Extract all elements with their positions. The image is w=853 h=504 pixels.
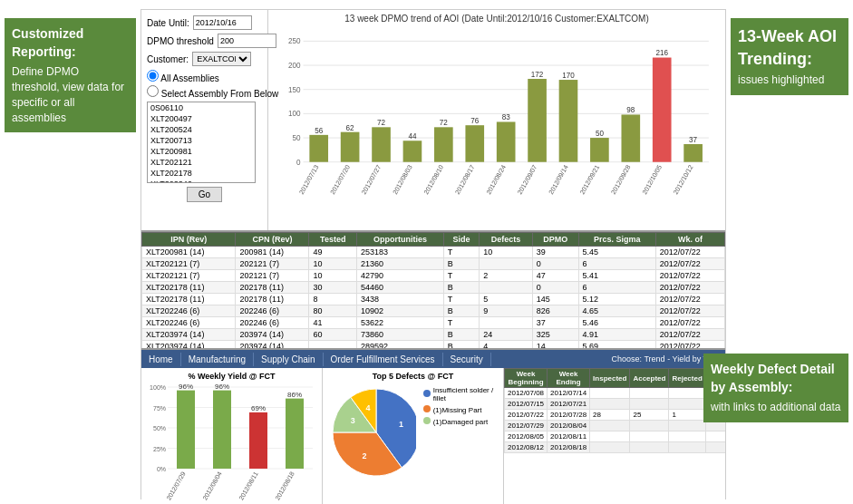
table-cell: 202178 (11)	[236, 294, 309, 305]
radio-all-label[interactable]: All Assemblies	[147, 70, 262, 83]
weekly-cell: 28	[590, 410, 630, 421]
weekly-cell	[590, 399, 630, 410]
nav-item[interactable]: Order Fulfillment Services	[324, 353, 443, 366]
svg-text:250: 250	[288, 37, 301, 45]
legend-item: (1)Damaged part	[423, 417, 499, 426]
table-cell: 60	[309, 329, 357, 341]
customer-select[interactable]: EXALTCOM	[192, 52, 251, 66]
svg-text:2012/09/07: 2012/09/07	[517, 164, 539, 196]
table-cell: 4.91	[578, 329, 655, 341]
table-cell: 49	[309, 247, 357, 258]
radio-select-label[interactable]: Select Assembly From Below	[147, 85, 262, 99]
legend-item: Insufficient solder / fillet	[423, 386, 499, 402]
assembly-list[interactable]: 0S06110XLT200497XLT200524XLT200713XLT200…	[147, 102, 256, 183]
assembly-item[interactable]: XLT202246	[148, 179, 255, 183]
weekly-header-cell: Week Beginning	[505, 369, 548, 388]
radio-all[interactable]	[147, 70, 159, 82]
yield-chart-title: % Weekly Yield @ FCT	[145, 372, 318, 381]
nav-item[interactable]: Manufacturing	[181, 353, 254, 366]
table-cell: B	[443, 258, 479, 270]
table-row: XLT202121 (7)202121 (7)1021360B062012/07…	[142, 258, 725, 270]
table-cell: 0	[532, 258, 578, 270]
svg-text:2012/08/10: 2012/08/10	[422, 164, 445, 196]
radio-select[interactable]	[147, 85, 159, 97]
nav-item[interactable]: Home	[141, 353, 181, 366]
table-header: Tested	[309, 233, 357, 247]
table-cell: 202121 (7)	[236, 258, 309, 270]
weekly-cell	[669, 421, 705, 431]
table-cell: T	[443, 317, 479, 329]
table-cell: 21360	[357, 258, 444, 270]
svg-text:75%: 75%	[153, 405, 166, 412]
svg-text:172: 172	[531, 71, 544, 79]
svg-text:200: 200	[288, 62, 301, 70]
chart-title: 13 week DPMO trend of AOI (Date Until:20…	[276, 14, 718, 24]
nav-item[interactable]: Security	[443, 353, 491, 366]
assembly-item[interactable]: XLT200497	[148, 113, 255, 124]
svg-text:2012/07/13: 2012/07/13	[298, 164, 321, 196]
weekly-cell: 2012/07/15	[505, 399, 548, 410]
weekly-cell: 1	[669, 410, 705, 421]
svg-text:2012/08/18: 2012/08/18	[274, 470, 296, 500]
svg-text:2012/09/14: 2012/09/14	[548, 164, 570, 196]
table-cell: T	[443, 247, 479, 258]
weekly-header-cell: Rejected	[669, 369, 705, 388]
table-cell: 5.69	[578, 341, 655, 351]
table-cell: 37	[532, 317, 578, 329]
table-cell: 2012/07/22	[655, 317, 724, 329]
weekly-cell: 2012/08/12	[505, 442, 548, 453]
go-button[interactable]: Go	[187, 187, 222, 202]
weekly-table: Week BeginningWeek EndingInspectedAccept…	[504, 368, 725, 453]
svg-text:44: 44	[408, 132, 416, 141]
table-cell: XLT202178 (11)	[142, 282, 236, 294]
svg-text:25%: 25%	[153, 446, 166, 452]
svg-text:96%: 96%	[215, 383, 229, 391]
svg-text:2012/07/27: 2012/07/27	[361, 164, 383, 196]
weekly-cell: 2012/07/28	[548, 410, 590, 421]
svg-text:50: 50	[292, 134, 300, 142]
weekly-header-cell: Accepted	[630, 369, 669, 388]
table-row: XLT202246 (6)202246 (6)8010902B98264.652…	[142, 305, 725, 317]
weekly-cell: 2012/07/29	[505, 421, 548, 431]
weekly-cell	[630, 388, 669, 399]
weekly-cell	[669, 388, 705, 399]
table-cell: XLT203974 (14)	[142, 341, 236, 351]
weekly-cell	[630, 431, 669, 442]
date-label: Date Until:	[147, 18, 189, 28]
svg-rect-64	[213, 391, 231, 469]
table-cell: XLT202121 (7)	[142, 270, 236, 282]
assembly-item[interactable]: XLT200713	[148, 135, 255, 146]
weekly-row: 2012/07/292012/08/04	[505, 421, 726, 431]
table-cell: 2012/07/22	[655, 247, 724, 258]
table-cell: 3438	[357, 294, 444, 305]
svg-text:2012/07/20: 2012/07/20	[329, 164, 352, 196]
legend-item: (1)Missing Part	[423, 405, 499, 414]
table-cell: 325	[532, 329, 578, 341]
assembly-item[interactable]: XLT200981	[148, 146, 255, 157]
svg-rect-70	[286, 399, 304, 469]
table-cell: 2012/07/22	[655, 282, 724, 294]
legend-dot	[423, 405, 431, 412]
assembly-item[interactable]: XLT202178	[148, 168, 255, 179]
table-cell: 10902	[357, 305, 444, 317]
nav-item[interactable]: Supply Chain	[254, 353, 323, 366]
table-cell: 5	[480, 294, 532, 305]
weekly-cell: 2012/08/05	[505, 431, 548, 442]
table-cell	[480, 282, 532, 294]
table-cell: 10	[309, 258, 357, 270]
table-header: DPMO	[532, 233, 578, 247]
annotation-bottom-right: Weekly Defect Detail by Assembly: with l…	[703, 354, 848, 422]
top-panel: Date Until: DPMO threshold Customer: EXA…	[141, 10, 725, 232]
date-input[interactable]	[193, 15, 252, 30]
table-cell: 53622	[357, 317, 444, 329]
assembly-item[interactable]: XLT200524	[148, 124, 255, 135]
customer-label: Customer:	[147, 54, 189, 64]
assembly-item[interactable]: 0S06110	[148, 102, 255, 113]
weekly-cell	[630, 399, 669, 410]
legend-dot	[423, 390, 431, 397]
table-cell: 826	[532, 305, 578, 317]
svg-text:62: 62	[346, 124, 354, 132]
table-cell: 2012/07/22	[655, 305, 724, 317]
table-header: Prcs. Sigma	[578, 233, 655, 247]
assembly-item[interactable]: XLT202121	[148, 157, 255, 168]
